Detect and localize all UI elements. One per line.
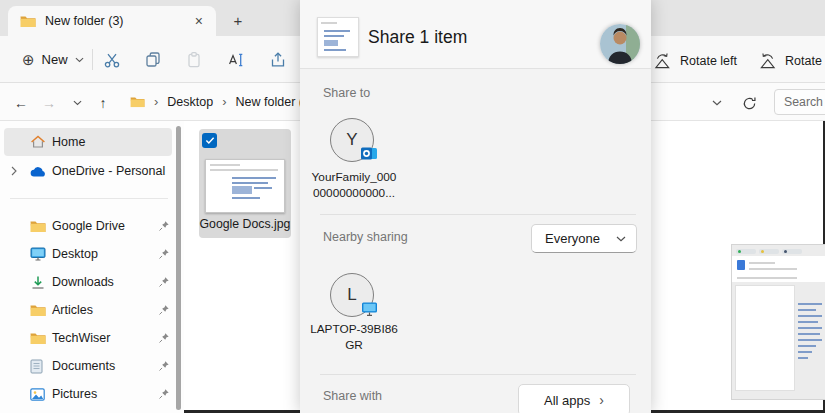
sidebar-item-pictures[interactable]: Pictures <box>4 380 172 408</box>
sidebar-item-home[interactable]: Home <box>4 128 172 156</box>
sidebar-item-label: Downloads <box>52 275 114 289</box>
folder-icon <box>130 96 145 108</box>
avatar-photo <box>600 24 640 64</box>
contact-name-line1: YourFamily_000 <box>300 169 408 185</box>
tab-title: New folder (3) <box>45 14 192 28</box>
sidebar-item-techwiser[interactable]: TechWiser <box>4 324 172 352</box>
file-thumbnail <box>205 159 285 213</box>
sidebar-item-articles[interactable]: Articles <box>4 296 172 324</box>
search-box <box>774 89 825 115</box>
preview-image <box>731 244 825 400</box>
device-name-line1: LAPTOP-39BI86 <box>300 321 408 337</box>
breadcrumb: › Desktop › New folder (3) <box>130 94 314 109</box>
scissors-icon <box>103 51 121 69</box>
share-to-label: Share to <box>323 86 370 100</box>
device-initial: L <box>347 285 356 305</box>
sidebar-item-label: Desktop <box>52 247 98 261</box>
sidebar-item-label: OneDrive - Personal <box>52 164 165 178</box>
device-name: LAPTOP-39BI86 GR <box>300 321 408 353</box>
pin-icon <box>158 248 170 260</box>
share-dialog: Share 1 item Share to Y YourFamily_00 <box>300 0 651 413</box>
dialog-divider <box>320 374 636 375</box>
cut-button[interactable] <box>101 49 123 71</box>
pin-icon <box>158 220 170 232</box>
tab-new-folder[interactable]: New folder (3) × <box>8 6 216 36</box>
account-avatar[interactable] <box>600 24 640 64</box>
rotate-right-label: Rotate right <box>785 54 825 68</box>
folder-icon <box>30 304 46 317</box>
copy-icon <box>144 51 162 69</box>
dialog-divider <box>320 214 636 215</box>
sidebar-scrollbar[interactable] <box>176 126 181 410</box>
navigation-pane: Home OneDrive - Personal Google Drive De… <box>0 121 184 413</box>
plus-circle-icon: ⊕ <box>22 51 35 69</box>
crumb-desktop[interactable]: Desktop <box>167 95 213 109</box>
sidebar-item-documents[interactable]: Documents <box>4 352 172 380</box>
download-icon <box>30 275 46 290</box>
home-icon <box>30 134 46 150</box>
refresh-button[interactable] <box>738 92 760 114</box>
copy-button[interactable] <box>142 49 164 71</box>
rotate-right-icon <box>758 52 777 70</box>
new-tab-button[interactable]: + <box>226 8 250 32</box>
share-with-label: Share with <box>323 389 382 403</box>
contact-initial: Y <box>346 130 357 150</box>
sidebar-item-label: Google Drive <box>52 219 125 233</box>
up-button[interactable]: ↑ <box>92 92 114 114</box>
back-button[interactable]: ← <box>10 92 32 114</box>
sidebar-item-google-drive[interactable]: Google Drive <box>4 212 172 240</box>
folder-icon <box>30 220 46 233</box>
all-apps-button[interactable]: All apps › <box>518 384 630 413</box>
onedrive-cloud-icon <box>30 166 47 177</box>
chevron-down-icon <box>75 57 84 63</box>
refresh-icon <box>742 96 757 111</box>
chevron-down-icon <box>712 100 722 106</box>
search-input[interactable] <box>775 95 825 109</box>
device-monitor-badge-icon <box>360 299 379 318</box>
recent-locations-button[interactable] <box>66 92 88 114</box>
share-dialog-header: Share 1 item <box>300 0 651 69</box>
folder-icon <box>20 15 36 28</box>
nearby-sharing-label: Nearby sharing <box>323 230 408 244</box>
share-button[interactable] <box>267 49 289 71</box>
nearby-scope-dropdown[interactable]: Everyone <box>531 224 637 253</box>
pin-icon <box>158 304 170 316</box>
sidebar-item-onedrive[interactable]: OneDrive - Personal <box>4 157 172 185</box>
sidebar-divider <box>10 198 168 199</box>
rotate-right-button[interactable]: Rotate right <box>758 46 825 76</box>
sidebar-item-label: Home <box>52 135 85 149</box>
rename-button[interactable] <box>225 49 247 71</box>
sidebar-item-label: Documents <box>52 359 115 373</box>
nearby-scope-value: Everyone <box>545 231 600 246</box>
file-name: Google Docs.jpg <box>199 217 291 231</box>
document-icon <box>30 359 43 374</box>
new-button[interactable]: ⊕ New <box>12 45 94 74</box>
sidebar-item-desktop[interactable]: Desktop <box>4 240 172 268</box>
rotate-left-button[interactable]: Rotate left <box>653 46 737 76</box>
pin-icon <box>158 360 170 372</box>
crumb-separator: › <box>222 94 226 109</box>
file-tile-google-docs[interactable]: Google Docs.jpg <box>199 129 291 238</box>
new-button-label: New <box>42 52 68 67</box>
rename-icon <box>227 51 245 69</box>
check-icon <box>205 136 215 145</box>
chevron-down-icon <box>73 100 82 106</box>
chevron-right-icon: › <box>599 392 604 408</box>
crumb-separator: › <box>154 94 158 109</box>
device-name-line2: GR <box>300 337 408 353</box>
file-explorer-window: New folder (3) × + ⊕ New <box>0 0 825 413</box>
chevron-right-icon <box>10 166 18 176</box>
rotate-left-label: Rotate left <box>680 54 737 68</box>
rotate-left-icon <box>653 52 672 70</box>
sidebar-item-downloads[interactable]: Downloads <box>4 268 172 296</box>
all-apps-label: All apps <box>544 393 590 408</box>
forward-button[interactable]: → <box>38 92 60 114</box>
outlook-badge-icon <box>360 144 379 163</box>
tab-close-icon[interactable]: × <box>192 13 206 29</box>
clipboard-icon <box>185 51 203 69</box>
address-dropdown-button[interactable] <box>706 92 728 114</box>
selection-checkbox[interactable] <box>202 133 217 148</box>
sidebar-item-label: Pictures <box>52 387 97 401</box>
folder-icon <box>30 332 46 345</box>
paste-button[interactable] <box>183 49 205 71</box>
